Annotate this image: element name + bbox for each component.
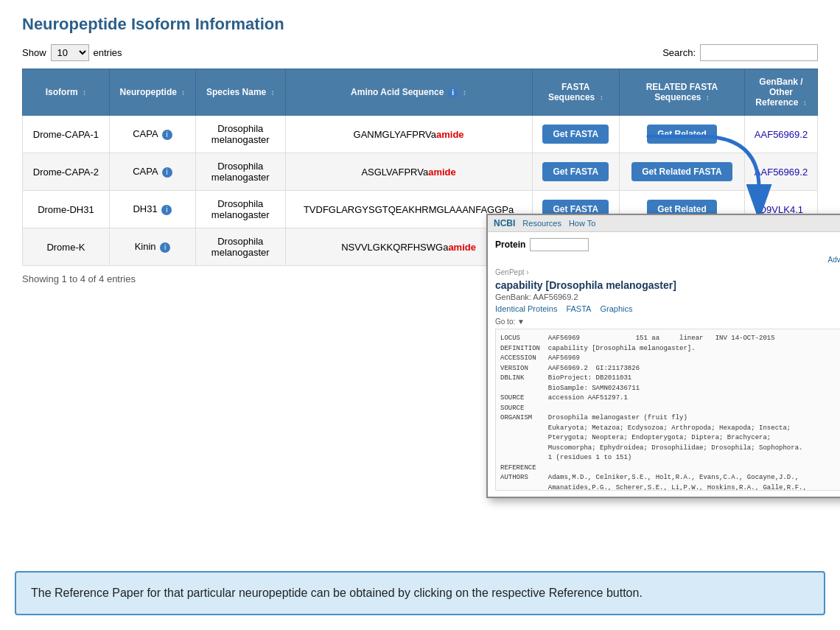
genbank-ref-link[interactable]: AAF56969.2 (755, 167, 808, 178)
amide-text: amide (448, 242, 476, 253)
cell-fasta: Get FASTA (532, 116, 619, 153)
col-header-fasta: FASTASequences ↕ (532, 69, 619, 116)
bottom-info-box: The Reference Paper for that particular … (15, 571, 825, 615)
cell-related: Get Related FASTA (619, 153, 744, 191)
search-box: Search: (662, 44, 818, 61)
cell-genbank: AAF56969.2 (745, 116, 818, 153)
search-input[interactable] (700, 44, 818, 61)
np-info-icon[interactable]: i (162, 167, 172, 178)
cell-species: Drosophilamelanogaster (195, 191, 285, 228)
sort-icon-fasta: ↕ (600, 94, 603, 102)
col-header-neuropeptide: Neuropeptide ↕ (109, 69, 195, 116)
cell-fasta: Get FASTA (532, 153, 619, 191)
ncbi-protein-input[interactable] (530, 238, 589, 251)
ncbi-popup: NCBI Resources How To Protein Advanced G… (486, 214, 840, 498)
show-entries-control: Show 10 25 50 100 entries (22, 44, 122, 61)
amide-text: amide (436, 129, 464, 140)
ncbi-popup-body: Protein Advanced GenPept › capability [D… (488, 232, 840, 497)
show-label: Show (22, 47, 46, 58)
ncbi-howto-link[interactable]: How To (569, 219, 595, 228)
sequence-info-icon[interactable]: i (448, 88, 458, 98)
get-fasta-button[interactable]: Get FASTA (542, 125, 609, 144)
col-header-sequence: Amino Acid Sequence i ↕ (285, 69, 532, 116)
genbank-ref-link[interactable]: AAF56969.2 (755, 129, 808, 140)
cell-neuropeptide: Kinin i (109, 228, 195, 266)
sort-icon-neuropeptide: ↕ (181, 88, 185, 97)
search-label: Search: (662, 47, 696, 58)
get-related-button[interactable]: Get Related (647, 125, 717, 144)
sort-icon-genbank: ↕ (803, 99, 807, 107)
cell-isoform: Drome-DH31 (23, 191, 110, 228)
cell-isoform: Drome-CAPA-2 (23, 153, 110, 191)
entries-label: entries (94, 47, 122, 58)
sort-icon-species: ↕ (271, 88, 275, 97)
sort-icon-sequence: ↕ (463, 88, 466, 97)
cell-species: Drosophilamelanogaster (195, 228, 285, 266)
amide-text: amide (428, 167, 456, 178)
cell-species: Drosophilamelanogaster (195, 116, 285, 153)
ncbi-links: Identical Proteins FASTA Graphics (495, 304, 840, 313)
ncbi-resources-link[interactable]: Resources (522, 219, 561, 228)
col-header-isoform: Isoform ↕ (23, 69, 110, 116)
np-info-icon[interactable]: i (162, 130, 172, 140)
col-header-genbank: GenBank /OtherReference ↕ (745, 69, 818, 116)
cell-neuropeptide: CAPA i (109, 153, 195, 191)
ncbi-genbank-id: GenBank: AAF56969.2 (495, 293, 840, 301)
table-controls: Show 10 25 50 100 entries Search: (22, 44, 818, 61)
ncbi-gene-title: capability [Drosophila melanogaster] (495, 279, 840, 291)
np-info-icon[interactable]: i (161, 205, 172, 215)
ncbi-graphics-link[interactable]: Graphics (600, 304, 632, 313)
page-title: Neuropeptide Isoform Information (22, 15, 818, 34)
cell-genbank: AAF56969.2 (745, 153, 818, 191)
ncbi-popup-header: NCBI Resources How To (488, 215, 840, 232)
ncbi-logo: NCBI (494, 218, 515, 228)
cell-sequence: ASGLVAFPRVaamide (285, 153, 532, 191)
cell-neuropeptide: DH31 i (109, 191, 195, 228)
ncbi-identical-proteins-link[interactable]: Identical Proteins (495, 304, 557, 313)
np-info-icon[interactable]: i (160, 242, 170, 253)
bottom-info-text: The Reference Paper for that particular … (31, 587, 643, 599)
table-row: Drome-CAPA-1CAPA iDrosophilamelanogaster… (23, 116, 818, 153)
sort-icon-related: ↕ (706, 94, 710, 102)
sort-icon-isoform: ↕ (83, 88, 86, 97)
cell-neuropeptide: CAPA i (109, 116, 195, 153)
col-header-related: RELATED FASTASequences ↕ (619, 69, 744, 116)
get-fasta-button[interactable]: Get FASTA (542, 162, 609, 181)
ncbi-goto[interactable]: Go to: ▼ (495, 318, 840, 326)
ncbi-fasta-link[interactable]: FASTA (566, 304, 591, 313)
entries-select[interactable]: 10 25 50 100 (51, 44, 89, 61)
ncbi-protein-label: Protein (495, 239, 525, 250)
ncbi-advanced-link[interactable]: Advanced (495, 256, 840, 264)
cell-species: Drosophilamelanogaster (195, 153, 285, 191)
cell-isoform: Drome-CAPA-1 (23, 116, 110, 153)
cell-sequence: GANMGLYAFPRVaamide (285, 116, 532, 153)
col-header-species: Species Name ↕ (195, 69, 285, 116)
ncbi-sequence-data: LOCUS AAF56969 151 aa linear INV 14-OCT-… (495, 329, 840, 491)
cell-isoform: Drome-K (23, 228, 110, 266)
ncbi-genept-label: GenPept › (495, 268, 840, 276)
cell-related: Get Related (619, 116, 744, 153)
ncbi-protein-bar: Protein (495, 238, 840, 251)
get-related-button[interactable]: Get Related FASTA (631, 162, 732, 181)
ncbi-popup-nav: Resources How To (522, 219, 595, 228)
table-row: Drome-CAPA-2CAPA iDrosophilamelanogaster… (23, 153, 818, 191)
